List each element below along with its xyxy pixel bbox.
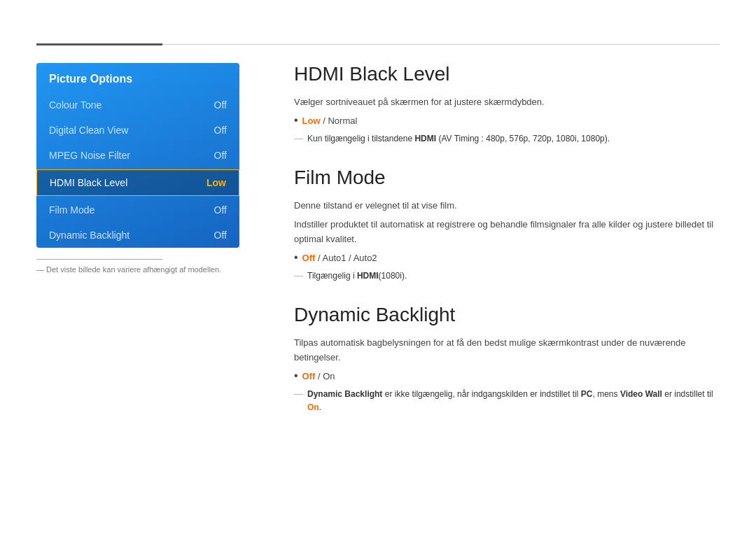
- note-dash: ―: [294, 132, 303, 146]
- hdmi-keyword: HDMI: [414, 134, 436, 143]
- top-decorative-lines: [36, 43, 720, 45]
- bullet-dot-film: •: [294, 252, 298, 263]
- hdmi-bullet-text: Low / Normal: [302, 114, 358, 129]
- hdmi-option-low: Low: [302, 115, 321, 126]
- film-option-auto2: Auto2: [354, 253, 377, 263]
- sidebar-item-label: Dynamic Backlight: [49, 230, 130, 241]
- note-dash-dynamic: ―: [294, 387, 303, 402]
- sidebar-item-value: Off: [214, 99, 227, 111]
- top-line-thin: [162, 44, 720, 45]
- hdmi-description: Vælger sortniveauet på skærmen for at ju…: [294, 95, 720, 110]
- section-dynamic-backlight: Dynamic Backlight Tilpas automatisk bagb…: [294, 304, 720, 414]
- main-content: HDMI Black Level Vælger sortniveauet på …: [294, 63, 720, 435]
- film-hdmi-keyword: HDMI: [357, 271, 379, 281]
- film-option-off: Off: [302, 253, 316, 263]
- sidebar-item-value: Low: [206, 177, 226, 188]
- film-sep2: /: [346, 253, 354, 263]
- sidebar-item-dynamic-backlight[interactable]: Dynamic BacklightOff: [36, 223, 239, 248]
- dynamic-option-off: Off: [302, 371, 316, 381]
- sidebar-item-value: Off: [214, 150, 227, 161]
- sidebar-note-divider: [36, 259, 162, 260]
- sidebar-item-label: MPEG Noise Filter: [49, 150, 130, 161]
- sidebar-item-colour-tone[interactable]: Colour ToneOff: [36, 92, 239, 118]
- hdmi-bullet: • Low / Normal: [294, 114, 720, 129]
- film-bullet-text: Off / Auto1 / Auto2: [302, 251, 377, 266]
- section-title-film: Film Mode: [294, 167, 720, 189]
- dynamic-bullet: • Off / On: [294, 370, 720, 384]
- hdmi-note-text: Kun tilgængelig i tilstandene HDMI (AV T…: [307, 132, 610, 146]
- sidebar-item-label: HDMI Black Level: [50, 177, 127, 188]
- dynamic-keyword: Dynamic Backlight: [307, 389, 382, 399]
- film-description2: Indstiller produktet til automatisk at r…: [294, 218, 720, 247]
- top-line-accent: [36, 43, 162, 45]
- dynamic-note: ― Dynamic Backlight er ikke tilgængelig,…: [294, 387, 720, 414]
- sidebar-title: Picture Options: [36, 63, 239, 92]
- section-film-mode: Film Mode Denne tilstand er velegnet til…: [294, 167, 720, 283]
- sidebar-item-mpeg-noise-filter[interactable]: MPEG Noise FilterOff: [36, 143, 239, 168]
- dynamic-note-text: Dynamic Backlight er ikke tilgængelig, n…: [307, 388, 720, 414]
- hdmi-option-normal: Normal: [328, 115, 357, 126]
- sidebar-item-value: Off: [214, 230, 227, 241]
- section-title-dynamic: Dynamic Backlight: [294, 304, 720, 326]
- on-keyword: On: [307, 402, 319, 412]
- pc-keyword: PC: [581, 389, 593, 399]
- dynamic-option-on: On: [323, 371, 335, 381]
- film-note-text: Tilgængelig i HDMI(1080i).: [307, 269, 407, 283]
- sidebar-item-label: Film Mode: [49, 204, 94, 216]
- film-note: ― Tilgængelig i HDMI(1080i).: [294, 269, 720, 283]
- sidebar-item-value: Off: [214, 125, 227, 136]
- sidebar-item-label: Colour Tone: [49, 99, 102, 111]
- sidebar-item-hdmi-black-level[interactable]: HDMI Black LevelLow: [36, 169, 239, 196]
- film-description1: Denne tilstand er velegnet til at vise f…: [294, 199, 720, 213]
- sidebar-item-digital-clean-view[interactable]: Digital Clean ViewOff: [36, 118, 239, 143]
- section-title-hdmi: HDMI Black Level: [294, 63, 720, 85]
- sidebar-item-value: Off: [214, 204, 227, 216]
- sidebar-item-label: Digital Clean View: [49, 125, 128, 136]
- videowall-keyword: Video Wall: [620, 389, 662, 399]
- film-option-auto1: Auto1: [323, 253, 346, 263]
- hdmi-separator: /: [321, 115, 328, 126]
- bullet-dot-dynamic: •: [294, 370, 298, 381]
- section-hdmi-black-level: HDMI Black Level Vælger sortniveauet på …: [294, 63, 720, 146]
- film-sep1: /: [315, 253, 322, 263]
- sidebar-note-container: ― Det viste billede kan variere afhængig…: [36, 259, 239, 274]
- dynamic-sep: /: [315, 371, 323, 381]
- film-bullet: • Off / Auto1 / Auto2: [294, 251, 720, 266]
- note-dash-film: ―: [294, 269, 303, 283]
- hdmi-note: ― Kun tilgængelig i tilstandene HDMI (AV…: [294, 132, 720, 146]
- bullet-dot: •: [294, 115, 298, 126]
- dynamic-description: Tilpas automatisk bagbelysningen for at …: [294, 336, 720, 365]
- dynamic-bullet-text: Off / On: [302, 370, 335, 384]
- sidebar-picture-options: Picture Options Colour ToneOffDigital Cl…: [36, 63, 239, 248]
- sidebar-item-film-mode[interactable]: Film ModeOff: [36, 197, 239, 223]
- sidebar-note-text: ― Det viste billede kan variere afhængig…: [36, 265, 239, 274]
